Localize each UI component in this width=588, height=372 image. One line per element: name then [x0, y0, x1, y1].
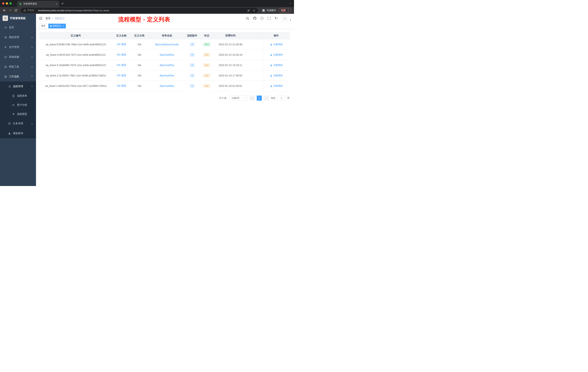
sidebar-item-task-mgmt[interactable]: 任务管理	[0, 119, 36, 129]
sidebar-item-label: 流程模型	[17, 112, 27, 116]
tag-process-definition[interactable]: 流程定义 ×	[48, 24, 66, 28]
chevron-down-icon	[245, 97, 246, 98]
page-size-select[interactable]: 10条/页	[230, 96, 248, 101]
window-controls	[0, 0, 14, 7]
window-close-button[interactable]	[2, 2, 4, 5]
chevron-down-icon	[32, 47, 33, 48]
tab-title: 芋道管理系统	[23, 2, 54, 5]
assign-rule-label: 分配规则	[273, 53, 283, 56]
version-badge: v5	[189, 42, 195, 46]
tab-close-icon[interactable]: ×	[56, 2, 57, 5]
goto-page-input[interactable]	[277, 96, 285, 101]
sidebar-item-home[interactable]: 首页	[0, 22, 36, 33]
definition-name-link[interactable]: OA 请假	[117, 64, 126, 67]
filler-cell	[246, 70, 263, 81]
reload-button[interactable]	[13, 8, 19, 13]
active-tag-dot	[50, 25, 52, 27]
app: 芋道管理系统 首页 系统管理 ¥ 支付管理	[0, 14, 294, 186]
definition-name-link[interactable]: OA 请假	[117, 53, 126, 56]
sidebar-item-payment-mgmt[interactable]: ¥ 支付管理	[0, 42, 36, 52]
sidebar-item-infrastructure[interactable]: 基础设施	[0, 52, 36, 62]
menu-dots-icon[interactable]: ⋮	[287, 9, 290, 12]
browser-toolbar: 不安全 dashboard.yudao.iocoder.cn/bpm/manag…	[0, 7, 294, 14]
next-page-button[interactable]: ›	[264, 96, 269, 101]
page-size-value: 10条/页	[231, 97, 240, 100]
user-icon	[270, 64, 272, 66]
avatar[interactable]	[282, 15, 288, 22]
assign-rule-button[interactable]: 分配规则	[270, 74, 283, 77]
window-minimize-button[interactable]	[6, 2, 8, 5]
sidebar-item-user-group[interactable]: 用户分组	[0, 100, 36, 109]
brand-title: 芋道管理系统	[10, 17, 26, 20]
browser-window: 芋道管理系统 × + 不安全 dashboard.yudao.iocoder.c…	[0, 0, 294, 186]
update-label: 更新	[281, 9, 286, 12]
tag-label: 首页	[41, 24, 45, 27]
sidebar-item-dev-tools[interactable]: 研发工具	[0, 62, 36, 72]
version-badge: v1	[189, 84, 195, 88]
sidebar-item-process-form[interactable]: 流程表单	[0, 91, 36, 100]
password-key-icon[interactable]	[247, 9, 250, 12]
form-link[interactable]: /bpm/oa/flow	[160, 85, 174, 87]
filler-cell	[246, 81, 263, 91]
tag-close-icon[interactable]: ×	[63, 25, 64, 27]
brand-logo	[2, 15, 8, 21]
sidebar-item-label: 请假查询	[13, 132, 23, 135]
brand[interactable]: 芋道管理系统	[0, 14, 36, 22]
form-link[interactable]: /bpm/oa/flow	[160, 64, 174, 67]
document-icon	[12, 94, 15, 97]
chevron-up-icon	[32, 76, 33, 77]
fullscreen-icon[interactable]	[267, 17, 271, 20]
assign-rule-button[interactable]: 分配规则	[270, 64, 283, 67]
update-button[interactable]: 更新 ⋮	[279, 8, 292, 13]
sidebar-item-process-model[interactable]: 流程模型	[0, 109, 36, 119]
definition-name-link[interactable]: OA 请假	[117, 84, 126, 88]
form-link[interactable]: /bpm/oa/leave/create	[155, 43, 179, 46]
col-header-filler	[246, 32, 263, 39]
avatar-caret-down-icon[interactable]: ▾	[290, 19, 291, 21]
prev-page-button[interactable]: ‹	[250, 96, 255, 101]
help-icon[interactable]: ?	[260, 17, 264, 20]
hamburger-icon[interactable]	[39, 17, 42, 20]
chevron-down-icon	[32, 123, 33, 124]
users-icon	[12, 104, 15, 107]
sidebar-item-label: 基础设施	[9, 55, 19, 59]
bookmark-star-icon[interactable]: ☆	[253, 9, 255, 12]
sidebar-item-system-mgmt[interactable]: 系统管理	[0, 33, 36, 42]
form-link[interactable]: /bpm/oa/flow	[160, 53, 174, 56]
tags-bar: 首页 流程定义 ×	[36, 23, 294, 29]
deploy-time: 2022-01-16 17:46:53	[215, 70, 246, 81]
breadcrumb-home[interactable]: 首页	[45, 17, 51, 20]
pagination-total: 共 5 条	[219, 97, 227, 100]
col-header-definition-id: 定义编号	[39, 32, 112, 39]
definition-name-link[interactable]: OA 请假	[117, 74, 126, 77]
github-icon[interactable]	[253, 17, 257, 20]
definition-name-link[interactable]: OA 请假	[117, 43, 126, 46]
new-tab-button[interactable]: +	[62, 2, 64, 5]
page-1-button[interactable]: 1	[257, 96, 262, 101]
assign-rule-button[interactable]: 分配规则	[270, 43, 283, 46]
browser-tab[interactable]: 芋道管理系统 ×	[17, 1, 59, 7]
search-icon[interactable]	[246, 17, 249, 20]
form-link[interactable]: /bpm/oa/flow	[160, 74, 174, 77]
sidebar-item-process-mgmt[interactable]: 流程管理	[0, 82, 36, 91]
font-size-icon[interactable]: TT	[275, 17, 278, 20]
assign-rule-button[interactable]: 分配规则	[270, 84, 283, 88]
annotation-title: 流程模型 - 定义列表	[118, 16, 170, 23]
tag-home[interactable]: 首页	[39, 24, 47, 28]
clipboard-icon	[8, 122, 11, 125]
deploy-time: 2022-01-22 21:48:38	[215, 39, 246, 50]
address-bar[interactable]: 不安全 dashboard.yudao.iocoder.cn/bpm/manag…	[21, 8, 258, 13]
assign-rule-button[interactable]: 分配规则	[270, 53, 283, 56]
tab-search-caret-icon[interactable]	[290, 1, 291, 5]
chevron-down-icon	[32, 37, 33, 38]
forward-button[interactable]	[8, 8, 13, 13]
window-zoom-button[interactable]	[10, 2, 12, 5]
definition-category: OA	[131, 50, 148, 60]
chevron-up-icon	[32, 86, 33, 87]
sidebar-item-leave-query[interactable]: 请假查询	[0, 129, 36, 138]
definition-id: oa_leave:1:482ec033-762a-11ec-8477-a2380…	[39, 81, 112, 91]
sidebar-item-workflow[interactable]: 工作流程	[0, 72, 36, 82]
breadcrumb-separator: /	[52, 17, 53, 20]
back-button[interactable]	[2, 8, 7, 13]
user-icon	[270, 43, 272, 46]
